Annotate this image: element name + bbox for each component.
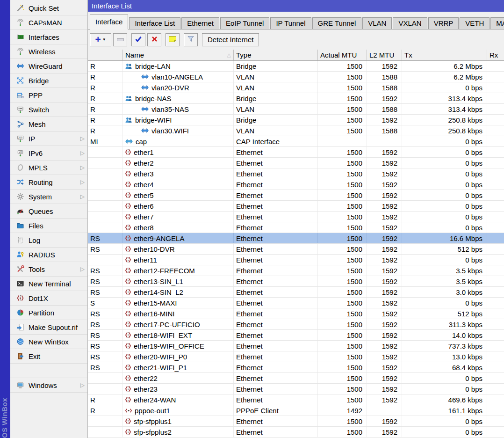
tab-ethernet[interactable]: Ethernet: [181, 17, 219, 29]
tab-vrrp[interactable]: VRRP: [428, 17, 459, 29]
sidebar-item-mpls[interactable]: MPLS▷: [10, 161, 87, 175]
sidebar-item-files[interactable]: Files: [10, 219, 87, 233]
sidebar-item-ppp[interactable]: PPP: [10, 88, 87, 102]
cell-type: Ethernet: [234, 427, 318, 437]
column-header-type[interactable]: Type: [234, 50, 318, 60]
sidebar-item-ipv6[interactable]: v6IPv6▷: [10, 146, 87, 161]
table-row-ether14-sin-l2[interactable]: RSether14-SIN_L2Ethernet150015923.0 kbps: [88, 287, 504, 298]
table-row-ether13-sin-l1[interactable]: RSether13-SIN_L1Ethernet150015923.5 kbps: [88, 276, 504, 287]
sort-ascending-icon[interactable]: △: [227, 52, 231, 58]
sidebar-item-quick-set[interactable]: Quick Set: [10, 1, 87, 15]
sidebar-item-switch[interactable]: Switch: [10, 102, 87, 117]
table-row-ether18-wifi-ext[interactable]: RSether18-WIFI_EXTEthernet1500159214.0 k…: [88, 330, 504, 341]
cell-tx: 512 bps: [402, 308, 487, 319]
sidebar-item-bridge[interactable]: Bridge: [10, 73, 87, 88]
tab-macsec[interactable]: MACsec: [490, 17, 504, 29]
table-row-ether17-pc-ufficio[interactable]: RSether17-PC-UFFICIOEthernet15001592311.…: [88, 319, 504, 330]
sidebar-item-label: Windows: [29, 381, 76, 389]
table-row-ether7[interactable]: ether7Ethernet150015920 bps: [88, 212, 504, 222]
table-row-sfp-sfpplus2[interactable]: sfp-sfpplus2Ethernet150015920 bps: [88, 427, 504, 438]
cell-type: CAP Interface: [234, 136, 318, 146]
table-row-ether24-wan[interactable]: Rether24-WANEthernet15001592469.6 kbps: [88, 394, 504, 405]
table-row-ether20-wifi-p0[interactable]: RSether20-WIFI_P0Ethernet1500159213.0 kb…: [88, 351, 504, 362]
cell-actual-mtu: 1492: [318, 405, 367, 416]
table-row-ether6[interactable]: ether6Ethernet150015920 bps: [88, 201, 504, 212]
sidebar-item-log[interactable]: Log: [10, 233, 87, 248]
tab-eoip-tunnel[interactable]: EoIP Tunnel: [220, 17, 269, 29]
table-row-pppoe-out1[interactable]: Rpppoe-out1PPPoE Client1492161.1 kbps: [88, 405, 504, 416]
disable-button[interactable]: [147, 33, 161, 46]
sidebar-item-capsman[interactable]: CAPsMAN: [10, 15, 87, 30]
table-row-vlan20-dvr[interactable]: Rvlan20-DVRVLAN150015880 bps: [88, 82, 504, 93]
tab-gre-tunnel[interactable]: GRE Tunnel: [312, 17, 362, 29]
sidebar-item-ip[interactable]: 255IP▷: [10, 131, 87, 146]
comment-button[interactable]: [166, 33, 180, 46]
table-row-bridge-lan[interactable]: Rbridge-LANBridge150015926.2 Mbps: [88, 61, 504, 72]
table-row-ether12-freecom[interactable]: RSether12-FREECOMEthernet150015923.5 kbp…: [88, 265, 504, 276]
column-header-flags[interactable]: [88, 50, 123, 60]
sidebar-item-queues[interactable]: Queues: [10, 204, 87, 219]
table-row-bridge-wifi[interactable]: Rbridge-WIFIBridge15001592250.8 kbps: [88, 115, 504, 125]
table-row-ether8[interactable]: ether8Ethernet150015920 bps: [88, 222, 504, 233]
sidebar-item-wireless[interactable]: Wireless: [10, 44, 87, 59]
table-row-ether15-maxi[interactable]: Sether15-MAXIEthernet150015920 bps: [88, 298, 504, 308]
table-row-ether11[interactable]: ether11Ethernet150015920 bps: [88, 255, 504, 265]
sidebar-item-new-winbox[interactable]: New WinBox: [10, 335, 87, 349]
table-row-ether2[interactable]: ether2Ethernet150015920 bps: [88, 158, 504, 168]
window-titlebar[interactable]: Interface List: [88, 0, 504, 12]
cell-l2-mtu: 1592: [367, 351, 402, 362]
cell-rx: [487, 244, 504, 254]
sidebar-item-routing[interactable]: Routing▷: [10, 175, 87, 190]
tab-interface-list[interactable]: Interface List: [129, 17, 180, 29]
tab-ip-tunnel[interactable]: IP Tunnel: [270, 17, 311, 29]
cell-name: ether18-WIFI_EXT: [123, 330, 234, 340]
sidebar-item-exit[interactable]: Exit: [10, 349, 87, 364]
cell-l2-mtu: 1592: [367, 168, 402, 179]
main-panel: Interface List InterfaceInterface ListEt…: [88, 0, 504, 438]
tab-veth[interactable]: VETH: [460, 17, 490, 29]
tab-vxlan[interactable]: VXLAN: [393, 17, 427, 29]
column-header-actual-mtu[interactable]: Actual MTU: [318, 50, 367, 60]
sidebar-item-dot1x[interactable]: Dot1X: [10, 291, 87, 306]
table-row-bridge-nas[interactable]: Rbridge-NASBridge15001592313.4 kbps: [88, 93, 504, 104]
table-row-sfp-sfpplus1[interactable]: sfp-sfpplus1Ethernet150015920 bps: [88, 416, 504, 427]
filter-button[interactable]: [184, 33, 198, 46]
remove-button[interactable]: [113, 33, 127, 46]
table-row-ether22[interactable]: ether22Ethernet150015920 bps: [88, 373, 504, 384]
table-row-vlan30-wifi[interactable]: Rvlan30.WIFIVLAN15001588250.8 kbps: [88, 125, 504, 136]
table-row-vlan35-nas[interactable]: Rvlan35-NASVLAN15001588313.4 kbps: [88, 104, 504, 115]
sidebar-item-mesh[interactable]: Mesh: [10, 117, 87, 131]
table-row-ether10-dvr[interactable]: RSether10-DVREthernet15001592512 bps: [88, 244, 504, 255]
table-row-ether4[interactable]: ether4Ethernet150015920 bps: [88, 179, 504, 190]
cell-rx: [487, 287, 504, 297]
table-row-ether16-mini[interactable]: RSether16-MINIEthernet15001592512 bps: [88, 308, 504, 319]
enable-button[interactable]: [131, 33, 145, 46]
sidebar-item-system[interactable]: System▷: [10, 190, 87, 204]
table-row-ether9-angela[interactable]: RSether9-ANGELAEthernet1500159216.6 Mbps: [88, 233, 504, 244]
sidebar-item-interfaces[interactable]: Interfaces: [10, 30, 87, 44]
sidebar-item-partition[interactable]: Partition: [10, 306, 87, 320]
tab-interface[interactable]: Interface: [90, 15, 128, 29]
column-header-name[interactable]: Name△: [123, 50, 234, 60]
table-row-ether23[interactable]: ether23Ethernet150015920 bps: [88, 384, 504, 394]
sidebar-item-make-supout-rif[interactable]: Make Supout.rif: [10, 320, 87, 335]
table-row-ether5[interactable]: ether5Ethernet150015920 bps: [88, 190, 504, 201]
column-header-tx[interactable]: Tx: [402, 50, 487, 60]
table-row-ether1[interactable]: ether1Ethernet150015920 bps: [88, 147, 504, 158]
sidebar-item-new-terminal[interactable]: New Terminal: [10, 277, 87, 291]
table-row-ether21-wifi-p1[interactable]: RSether21-WIFI_P1Ethernet1500159268.4 kb…: [88, 362, 504, 373]
column-header-l2-mtu[interactable]: L2 MTU: [367, 50, 402, 60]
sidebar-item-radius[interactable]: RADIUS: [10, 248, 87, 262]
sidebar-item-tools[interactable]: Tools▷: [10, 262, 87, 277]
add-button[interactable]: + ▼: [90, 33, 111, 46]
table-row-vlan10-angela[interactable]: Rvlan10-ANGELAVLAN150015886.2 Mbps: [88, 72, 504, 82]
table-row-ether3[interactable]: ether3Ethernet150015920 bps: [88, 168, 504, 179]
table-row-ether19-wifi-office[interactable]: RSether19-WIFI_OFFICEEthernet15001592737…: [88, 341, 504, 351]
sidebar-item-windows[interactable]: Windows▷: [10, 378, 87, 393]
table-row-cap[interactable]: MIcapCAP Interface0 bps: [88, 136, 504, 147]
sidebar-item-wireguard[interactable]: WireGuard: [10, 59, 87, 73]
column-header-rx[interactable]: Rx: [487, 50, 504, 60]
detect-internet-button[interactable]: Detect Internet: [202, 33, 259, 46]
tab-vlan[interactable]: VLAN: [362, 17, 392, 29]
cell-tx: 0 bps: [402, 298, 487, 308]
